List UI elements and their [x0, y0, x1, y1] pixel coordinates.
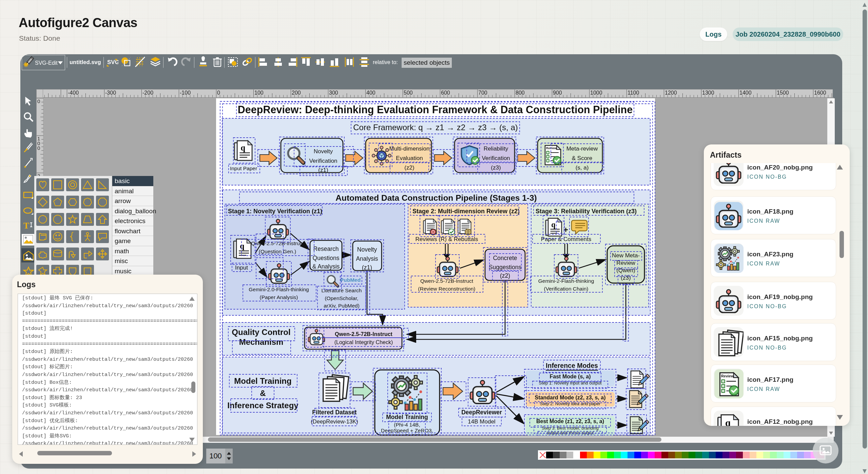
svg-text:(z2): (z2) [404, 164, 414, 171]
svg-text:(Logical Integrity Check): (Logical Integrity Check) [334, 339, 393, 345]
svg-text:Verification: Verification [482, 155, 510, 161]
svg-text:Inference Strategy: Inference Strategy [227, 401, 298, 410]
svg-text:Input Paper: Input Paper [230, 165, 257, 171]
svg-text:(z3): (z3) [491, 164, 501, 171]
svg-text:&: & [260, 389, 266, 398]
svg-text:Automated Data Construction Pi: Automated Data Construction Pipeline (St… [335, 193, 537, 202]
svg-text:Step 2: Novelty idea and paper: Step 2: Novelty idea and paper [540, 401, 601, 406]
svg-text:Core Framework: q → z1 → z2 →: Core Framework: q → z1 → z2 → z3 → (s, a… [353, 123, 518, 132]
svg-text:& Analysis: & Analysis [312, 263, 340, 270]
svg-text:Gemini-2.0-Flash-thinking: Gemini-2.0-Flash-thinking [249, 287, 309, 292]
svg-text:(Paper Analysis): (Paper Analysis) [260, 294, 298, 300]
svg-text:(z1): (z1) [362, 264, 372, 271]
svg-text:Verification: Verification [309, 158, 337, 164]
svg-text:T: T [23, 221, 29, 231]
svg-text:Gemini-2-Flash-thinking: Gemini-2-Flash-thinking [538, 278, 594, 284]
svg-text:Qwen-2.5-72B-Instruct: Qwen-2.5-72B-Instruct [335, 331, 392, 337]
svg-text:Input: Input [235, 264, 248, 271]
svg-text:Step 3: Best model, branding: Step 3: Best model, branding [542, 426, 599, 431]
svg-text:Model Training: Model Training [234, 376, 291, 386]
svg-text:Suggestions: Suggestions [489, 264, 522, 271]
svg-text:Meta-review: Meta-review [566, 145, 598, 152]
svg-text:Multi-dimension: Multi-dimension [389, 145, 429, 152]
svg-text:(z2): (z2) [500, 272, 510, 279]
svg-text:(z1): (z1) [318, 167, 328, 173]
svg-text:Stage 3: Reliability Verificat: Stage 3: Reliability Verification (z3) [536, 208, 637, 215]
svg-text:(Question Gen.): (Question Gen.) [259, 249, 296, 254]
svg-text:Filtered Dataset: Filtered Dataset [312, 409, 356, 416]
svg-text:PubMed: PubMed [340, 277, 361, 283]
svg-text:Evaluation: Evaluation [396, 155, 423, 161]
svg-text:Questions: Questions [313, 255, 340, 261]
svg-text:Qwen-2.5-72B-Instruct: Qwen-2.5-72B-Instruct [251, 240, 304, 246]
svg-text:Fast Mode (s, a): Fast Mode (s, a) [550, 374, 591, 379]
svg-text:Stage 2: Multi-dimension Revie: Stage 2: Multi-dimension Review (z2) [412, 208, 520, 215]
svg-text:Quality Control: Quality Control [232, 328, 290, 337]
svg-text:(DeepReview-13K): (DeepReview-13K) [311, 418, 358, 424]
svg-text:Analysis: Analysis [356, 255, 378, 262]
svg-text:(OpenScholar,: (OpenScholar, [325, 295, 358, 301]
svg-text:Best Mode (z1, z2, z3, s, a): Best Mode (z1, z2, z3, s, a) [536, 418, 604, 424]
svg-text:(s, a): (s, a) [576, 164, 589, 171]
svg-text:(Phi-4 14B,: (Phi-4 14B, [394, 422, 420, 428]
svg-text:Qwen-2.5-72B-Instruct: Qwen-2.5-72B-Instruct [420, 278, 474, 284]
svg-text:Research: Research [313, 245, 339, 252]
svg-text:Inference Modes: Inference Modes [546, 362, 598, 369]
svg-text:(Review Reconstruction): (Review Reconstruction) [418, 286, 476, 292]
svg-text:Novelty: Novelty [314, 148, 333, 155]
svg-text:Mechanism: Mechanism [239, 337, 284, 347]
svg-text:DeepReviewer: DeepReviewer [461, 409, 502, 416]
svg-text:DeepReview: Deep-thinking Eval: DeepReview: Deep-thinking Evaluation Fra… [238, 104, 633, 116]
svg-text:arXiv, PubMed): arXiv, PubMed) [324, 303, 360, 309]
svg-text:Stage 1: Novelty Verification: Stage 1: Novelty Verification (z1) [228, 208, 322, 215]
svg-text:Concrete: Concrete [493, 255, 517, 261]
svg-text:New Meta-: New Meta- [612, 252, 640, 259]
svg-text:Reliability: Reliability [484, 145, 508, 152]
svg-text:14B Model: 14B Model [468, 418, 495, 425]
svg-text:Model Training: Model Training [386, 414, 428, 420]
svg-text:(Verification Chain): (Verification Chain) [544, 286, 589, 292]
svg-text:+: + [563, 225, 568, 234]
svg-text:Novelty: Novelty [357, 246, 377, 253]
svg-text:Standard Mode (z2, z3, s, a): Standard Mode (z2, z3, s, a) [535, 395, 606, 400]
svg-text:& Score: & Score [572, 155, 592, 161]
